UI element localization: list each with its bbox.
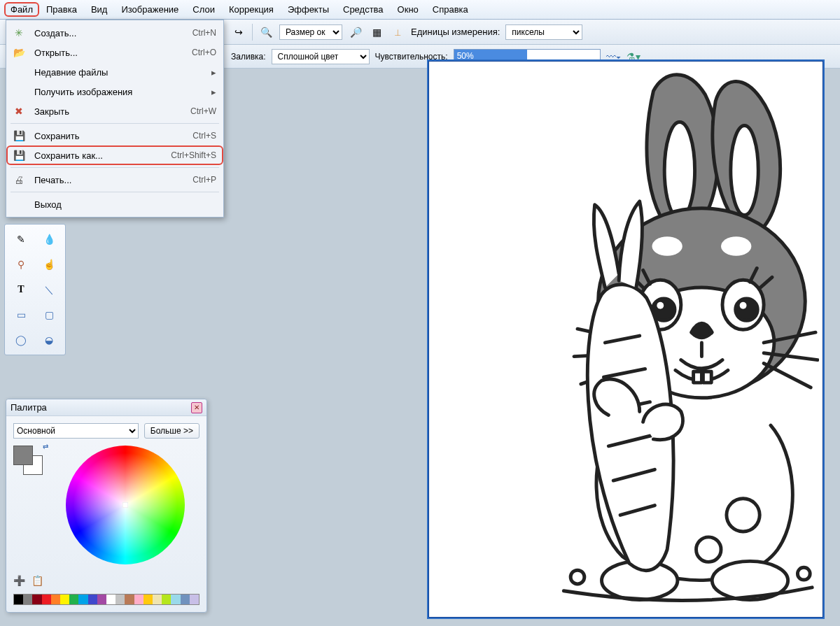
color-swatch[interactable]: [106, 595, 115, 604]
shape-icon: ◒: [45, 335, 53, 345]
canvas[interactable]: [427, 59, 825, 619]
menu-view[interactable]: Вид: [84, 2, 115, 17]
menu-help[interactable]: Справка: [426, 2, 475, 17]
color-swatch[interactable]: [42, 595, 51, 604]
svg-point-4: [721, 236, 751, 256]
roundrect-tool[interactable]: ▢: [37, 304, 61, 325]
color-swatch[interactable]: [190, 595, 199, 604]
fill-dropdown[interactable]: Сплошной цвет: [272, 49, 370, 64]
color-swatch[interactable]: [171, 595, 180, 604]
menu-correction[interactable]: Коррекция: [222, 2, 281, 17]
save-as-icon: 💾: [12, 148, 26, 162]
add-swatch-icon[interactable]: ➕: [13, 576, 27, 590]
fill-label: Заливка:: [231, 52, 266, 62]
svg-point-0: [664, 122, 694, 219]
menu-item-acquire[interactable]: Получить изображения ▸: [6, 82, 223, 101]
svg-rect-13: [703, 371, 711, 383]
close-file-icon: ✖: [12, 104, 26, 118]
svg-point-9: [736, 299, 758, 321]
menu-item-print[interactable]: 🖨 Печать... Ctrl+P: [6, 170, 223, 190]
units-dropdown[interactable]: пикселы: [505, 24, 582, 40]
grid-icon[interactable]: ▦: [369, 24, 384, 40]
units-label: Единицы измерения:: [411, 27, 500, 37]
palette-preset-dropdown[interactable]: Основной: [13, 423, 139, 439]
ellipse-tool[interactable]: ◯: [9, 329, 33, 350]
ruler-icon[interactable]: ⟂: [390, 24, 405, 40]
palette-panel: Палитра ✕ Основной Больше >> ⇄ ➕ 📋: [6, 399, 207, 613]
color-swatch[interactable]: [14, 595, 23, 604]
svg-point-11: [740, 302, 747, 309]
pencil-tool[interactable]: ✎: [9, 229, 33, 250]
swatch-row[interactable]: [13, 594, 200, 605]
menu-item-close[interactable]: ✖ Закрыть Ctrl+W: [6, 101, 223, 121]
submenu-arrow-icon: ▸: [209, 67, 216, 78]
menu-effects[interactable]: Эффекты: [281, 2, 336, 17]
svg-point-10: [657, 302, 664, 309]
close-icon[interactable]: ✕: [191, 402, 202, 413]
text-tool[interactable]: T: [9, 279, 33, 300]
fg-color-swatch[interactable]: [13, 446, 33, 465]
color-swatch[interactable]: [88, 595, 97, 604]
menu-window[interactable]: Окно: [391, 2, 426, 17]
color-swatch[interactable]: [181, 595, 190, 604]
separator: [252, 24, 253, 41]
color-swatch[interactable]: [69, 595, 78, 604]
open-icon: 📂: [12, 45, 26, 59]
menu-tools[interactable]: Средства: [336, 2, 391, 17]
redo-icon[interactable]: ↪: [231, 24, 246, 40]
new-icon: ✳: [12, 26, 26, 40]
menu-item-save-as[interactable]: 💾 Сохранить как... Ctrl+Shift+S: [6, 145, 223, 165]
menu-bar: Файл Правка Вид Изображение Слои Коррекц…: [0, 0, 840, 20]
color-swatch[interactable]: [51, 595, 60, 604]
menu-layers[interactable]: Слои: [186, 2, 222, 17]
fg-bg-swatches[interactable]: ⇄: [13, 446, 46, 478]
swap-colors-icon[interactable]: ⇄: [43, 443, 48, 450]
menu-separator: [10, 123, 219, 124]
palette-titlebar[interactable]: Палитра ✕: [6, 399, 206, 416]
color-swatch[interactable]: [32, 595, 41, 604]
clone-tool[interactable]: ⚲: [9, 254, 33, 275]
menu-separator: [10, 167, 219, 168]
color-swatch[interactable]: [125, 595, 134, 604]
zoom-out-icon[interactable]: 🔍: [258, 24, 274, 40]
menu-item-open[interactable]: 📂 Открыть... Ctrl+O: [6, 43, 223, 62]
line-tool[interactable]: ＼: [37, 279, 61, 300]
menu-edit[interactable]: Правка: [39, 2, 84, 17]
zoom-in-icon[interactable]: 🔎: [348, 24, 363, 40]
svg-point-20: [797, 567, 810, 580]
svg-rect-12: [694, 371, 702, 383]
color-swatch[interactable]: [153, 595, 162, 604]
menu-file[interactable]: Файл: [4, 2, 39, 17]
svg-point-16: [696, 537, 721, 562]
svg-point-19: [570, 570, 584, 584]
file-dropdown-menu: ✳ Создать... Ctrl+N 📂 Открыть... Ctrl+O …: [6, 20, 224, 218]
finger-icon: ☝: [43, 259, 55, 269]
menu-item-save[interactable]: 💾 Сохранить Ctrl+S: [6, 126, 223, 145]
color-swatch[interactable]: [23, 595, 32, 604]
color-swatch[interactable]: [115, 595, 125, 604]
pencil-icon: ✎: [17, 234, 25, 244]
color-wheel-marker[interactable]: [122, 502, 128, 508]
text-icon: T: [18, 285, 24, 294]
menu-separator: [10, 192, 219, 192]
color-swatch[interactable]: [97, 595, 106, 604]
zoom-size-dropdown[interactable]: Размер ок: [279, 24, 342, 40]
color-swatch[interactable]: [60, 595, 69, 604]
color-swatch[interactable]: [144, 595, 153, 604]
palette-settings-icon[interactable]: 📋: [31, 576, 46, 590]
palette-more-button[interactable]: Больше >>: [144, 423, 200, 439]
print-icon: 🖨: [12, 173, 26, 187]
shape-tool[interactable]: ◒: [37, 329, 61, 350]
eyedropper-icon: 💧: [43, 234, 55, 244]
eyedropper-tool[interactable]: 💧: [37, 229, 61, 250]
menu-image[interactable]: Изображение: [114, 2, 186, 17]
menu-item-recent[interactable]: Недавние файлы ▸: [6, 62, 223, 82]
menu-item-exit[interactable]: Выход: [6, 194, 223, 214]
color-swatch[interactable]: [162, 595, 171, 604]
color-wheel[interactable]: [66, 446, 185, 564]
color-swatch[interactable]: [134, 595, 144, 604]
rect-tool[interactable]: ▭: [9, 304, 33, 325]
smudge-tool[interactable]: ☝: [37, 254, 61, 275]
color-swatch[interactable]: [78, 595, 88, 604]
menu-item-new[interactable]: ✳ Создать... Ctrl+N: [6, 23, 223, 43]
